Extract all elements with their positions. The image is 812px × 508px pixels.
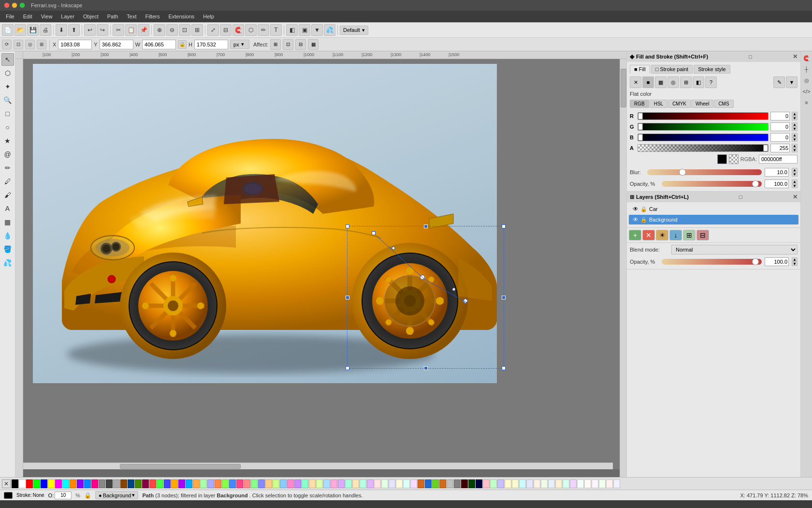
color-swatch[interactable] — [476, 479, 482, 488]
layer-car-visibility[interactable]: 👁 — [633, 206, 638, 212]
hscroll-thumb[interactable] — [120, 464, 241, 469]
zoom-tool-button[interactable]: ◎ — [25, 40, 35, 49]
fill-linear-button[interactable]: ▦ — [655, 76, 667, 88]
color-swatch[interactable] — [352, 479, 359, 488]
color-swatch[interactable] — [48, 479, 55, 488]
tab-fill[interactable]: ■ Fill — [630, 65, 650, 74]
color-swatch[interactable] — [526, 479, 533, 488]
canvas-content[interactable] — [23, 59, 620, 469]
layer-opacity-up[interactable]: ▲ — [792, 257, 798, 262]
a-slider[interactable] — [638, 144, 768, 152]
color-swatch[interactable] — [280, 479, 287, 488]
color-swatch[interactable] — [244, 479, 250, 488]
pen-tool[interactable]: 🖊 — [1, 175, 14, 188]
mask-button[interactable]: ◧ — [286, 24, 298, 36]
opacity-spin-down[interactable]: ▼ — [792, 184, 798, 188]
fill-edit-button[interactable]: ✎ — [773, 76, 785, 88]
layer-merge-button[interactable]: ⊟ — [696, 230, 709, 240]
color-swatch[interactable] — [316, 479, 323, 488]
color-swatch[interactable] — [41, 479, 47, 488]
menu-edit[interactable]: Edit — [19, 13, 36, 20]
color-swatch[interactable] — [258, 479, 265, 488]
layer-car-lock[interactable]: 🔒 — [640, 206, 647, 212]
color-swatch[interactable] — [403, 479, 410, 488]
select-tool[interactable]: ↖ — [1, 53, 14, 66]
g-spin-up[interactable]: ▲ — [792, 122, 798, 127]
color-swatch[interactable] — [215, 479, 221, 488]
zoom-out-button[interactable]: ⊖ — [166, 24, 178, 36]
b-input[interactable] — [770, 133, 790, 142]
layer-add-button[interactable]: + — [629, 230, 641, 240]
color-swatch[interactable] — [331, 479, 337, 488]
color-swatch[interactable] — [338, 479, 345, 488]
rgba-input[interactable] — [759, 155, 798, 164]
transform-button[interactable]: ⤢ — [207, 24, 219, 36]
tab-cms[interactable]: CMS — [714, 100, 733, 108]
fill-stroke-close[interactable]: □ — [749, 53, 752, 60]
layer-delete-button[interactable]: ✕ — [642, 230, 655, 240]
color-swatch[interactable] — [367, 479, 374, 488]
color-swatch[interactable] — [113, 479, 120, 488]
fill-swatch-button[interactable]: ◧ — [693, 76, 704, 88]
color-swatch[interactable] — [186, 479, 192, 488]
text-tool[interactable]: A — [1, 202, 14, 215]
menu-path[interactable]: Path — [103, 13, 122, 20]
color-swatch[interactable] — [157, 479, 163, 488]
color-swatch[interactable] — [345, 479, 352, 488]
blur-spin-down[interactable]: ▼ — [792, 172, 798, 177]
color-swatch[interactable] — [19, 479, 26, 488]
layer-reorder-button[interactable]: ☀ — [656, 230, 668, 240]
layers-x[interactable]: ✕ — [793, 194, 798, 200]
color-swatch[interactable] — [302, 479, 308, 488]
color-swatch[interactable] — [70, 479, 76, 488]
menu-extensions[interactable]: Extensions — [164, 13, 198, 20]
layer-lower-button[interactable]: ↓ — [669, 230, 682, 240]
tab-wheel[interactable]: Wheel — [691, 100, 713, 108]
color-swatch[interactable] — [548, 479, 555, 488]
color-swatch[interactable] — [33, 479, 40, 488]
gradient-tool[interactable]: ▦ — [1, 216, 14, 228]
menu-help[interactable]: Help — [199, 13, 218, 20]
color-swatch[interactable] — [287, 479, 294, 488]
b-spin-down[interactable]: ▼ — [792, 137, 798, 142]
color-swatch[interactable] — [410, 479, 417, 488]
color-swatch[interactable] — [12, 479, 18, 488]
layer-duplicate-button[interactable]: ⊞ — [683, 230, 696, 240]
save-button[interactable]: 💾 — [27, 24, 39, 36]
y-input[interactable] — [100, 40, 133, 49]
color-swatch[interactable] — [563, 479, 569, 488]
tab-stroke-paint[interactable]: □ Stroke paint — [651, 65, 693, 74]
layer-opacity-input[interactable] — [765, 257, 789, 266]
zoom-tool[interactable]: 🔍 — [1, 94, 14, 106]
node-button[interactable]: ⬡ — [245, 24, 257, 36]
star-tool[interactable]: ★ — [1, 134, 14, 147]
r-spin-down[interactable]: ▼ — [792, 116, 798, 120]
blur-spin-up[interactable]: ▲ — [792, 168, 798, 172]
affect-btn-3[interactable]: ⊟ — [295, 39, 306, 50]
menu-file[interactable]: File — [2, 13, 18, 20]
fill-radial-button[interactable]: ◎ — [667, 76, 679, 88]
blur-input[interactable] — [765, 168, 789, 177]
color-swatch[interactable] — [555, 479, 562, 488]
color-swatch[interactable] — [55, 479, 62, 488]
close-button[interactable] — [4, 2, 10, 8]
color-swatch[interactable] — [534, 479, 540, 488]
color-swatch[interactable] — [360, 479, 366, 488]
open-button[interactable]: 📂 — [14, 24, 26, 36]
unit-dropdown[interactable]: px ▾ — [230, 40, 249, 49]
minimize-button[interactable] — [12, 2, 17, 8]
fill-pattern-button[interactable]: ⊞ — [680, 76, 692, 88]
color-swatch[interactable] — [454, 479, 461, 488]
vscrollbar[interactable] — [620, 59, 626, 477]
g-input[interactable] — [770, 122, 790, 131]
redo-button[interactable]: ↪ — [97, 24, 108, 36]
snap-panel-button[interactable]: 🧲 — [802, 53, 812, 63]
color-swatch[interactable] — [592, 479, 598, 488]
fill-unknown-button[interactable]: ? — [705, 76, 717, 88]
color-swatch[interactable] — [613, 479, 620, 488]
color-swatch[interactable] — [606, 479, 613, 488]
default-dropdown[interactable]: Default ▾ — [340, 26, 368, 35]
color-swatch[interactable] — [200, 479, 207, 488]
pencil-tool[interactable]: ✏ — [1, 162, 14, 174]
measure-button[interactable]: ⊞ — [37, 40, 46, 49]
